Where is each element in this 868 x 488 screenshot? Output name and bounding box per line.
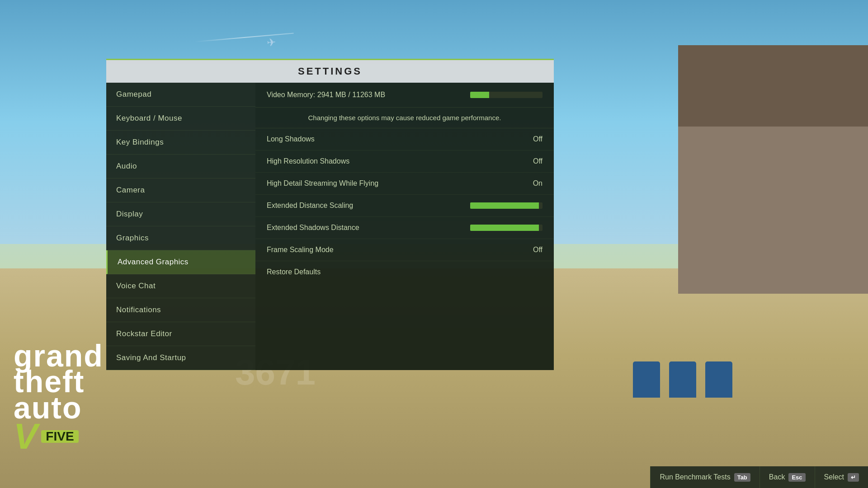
settings-title-bar: SETTINGS <box>106 59 554 83</box>
nav-item-rockstar-editor[interactable]: Rockstar Editor <box>106 322 255 346</box>
bin-3 <box>705 361 732 398</box>
airplane: ✈ <box>266 36 276 49</box>
toolbar-key-back: Esc <box>788 473 805 482</box>
video-memory-text: Video Memory: 2941 MB / 11263 MB <box>267 91 385 99</box>
setting-value-long-shadows: Off <box>520 135 542 143</box>
memory-bar-fill <box>470 92 489 98</box>
setting-label-high-res-shadows: High Resolution Shadows <box>267 157 520 165</box>
toolbar-btn-label-run-benchmark: Run Benchmark Tests <box>660 473 730 481</box>
video-memory-row: Video Memory: 2941 MB / 11263 MB <box>255 83 554 108</box>
memory-bar-container <box>470 92 542 98</box>
nav-item-advanced-graphics[interactable]: Advanced Graphics <box>106 250 255 274</box>
nav-item-graphics[interactable]: Graphics <box>106 226 255 250</box>
setting-value-frame-scaling-mode: Off <box>520 246 542 254</box>
toolbar-btn-run-benchmark[interactable]: Run Benchmark TestsTab <box>650 466 759 488</box>
bin-1 <box>633 361 660 398</box>
setting-bar-fill-extended-shadows-distance <box>470 225 539 231</box>
nav-item-audio[interactable]: Audio <box>106 155 255 178</box>
bins-area <box>633 361 732 398</box>
gta-five-badge: FIVE <box>41 430 78 443</box>
setting-row-high-res-shadows[interactable]: High Resolution ShadowsOff <box>255 150 554 173</box>
setting-label-long-shadows: Long Shadows <box>267 135 520 143</box>
toolbar-key-select: ↵ <box>848 473 859 482</box>
nav-item-notifications[interactable]: Notifications <box>106 298 255 322</box>
setting-label-frame-scaling-mode: Frame Scaling Mode <box>267 246 520 254</box>
settings-overlay: SETTINGS GamepadKeyboard / MouseKey Bind… <box>106 59 554 370</box>
restore-defaults-row[interactable]: Restore Defaults <box>255 261 554 283</box>
gta-roman-v: V <box>14 421 38 452</box>
warning-text: Changing these options may cause reduced… <box>308 114 501 122</box>
setting-label-high-detail-streaming: High Detail Streaming While Flying <box>267 179 520 188</box>
setting-value-high-detail-streaming: On <box>520 179 542 188</box>
setting-value-high-res-shadows: Off <box>520 157 542 165</box>
nav-item-voice-chat[interactable]: Voice Chat <box>106 274 255 298</box>
settings-content: GamepadKeyboard / MouseKey BindingsAudio… <box>106 83 554 370</box>
toolbar-btn-back[interactable]: BackEsc <box>760 466 815 488</box>
setting-bar-fill-extended-distance-scaling <box>470 202 539 209</box>
setting-row-long-shadows[interactable]: Long ShadowsOff <box>255 128 554 150</box>
settings-title: SETTINGS <box>298 66 362 77</box>
toolbar-key-run-benchmark: Tab <box>734 473 750 482</box>
toolbar-btn-label-back: Back <box>769 473 785 481</box>
bottom-toolbar: Run Benchmark TestsTabBackEscSelect↵ <box>0 466 868 488</box>
settings-nav: GamepadKeyboard / MouseKey BindingsAudio… <box>106 83 255 370</box>
nav-item-gamepad[interactable]: Gamepad <box>106 83 255 107</box>
setting-row-frame-scaling-mode[interactable]: Frame Scaling ModeOff <box>255 239 554 261</box>
setting-label-extended-distance-scaling: Extended Distance Scaling <box>267 202 470 210</box>
settings-panel: Video Memory: 2941 MB / 11263 MB Changin… <box>255 83 554 370</box>
setting-label-extended-shadows-distance: Extended Shadows Distance <box>267 224 470 232</box>
restore-defaults-label: Restore Defaults <box>267 268 321 276</box>
toolbar-btn-select[interactable]: Select↵ <box>815 466 868 488</box>
setting-row-extended-shadows-distance[interactable]: Extended Shadows Distance <box>255 217 554 239</box>
warning-row: Changing these options may cause reduced… <box>255 108 554 128</box>
nav-item-saving-startup[interactable]: Saving And Startup <box>106 346 255 370</box>
nav-item-keyboard-mouse[interactable]: Keyboard / Mouse <box>106 107 255 131</box>
background-building <box>678 45 868 294</box>
setting-bar-extended-shadows-distance[interactable] <box>470 225 542 231</box>
setting-bar-extended-distance-scaling[interactable] <box>470 202 542 209</box>
nav-item-display[interactable]: Display <box>106 202 255 226</box>
settings-rows: Long ShadowsOffHigh Resolution ShadowsOf… <box>255 128 554 261</box>
gta-logo-five-line: V FIVE <box>14 421 104 452</box>
nav-item-key-bindings[interactable]: Key Bindings <box>106 131 255 155</box>
toolbar-btn-label-select: Select <box>824 473 844 481</box>
setting-row-extended-distance-scaling[interactable]: Extended Distance Scaling <box>255 195 554 217</box>
gta-logo: grand theft auto V FIVE <box>14 343 104 452</box>
setting-row-high-detail-streaming[interactable]: High Detail Streaming While FlyingOn <box>255 173 554 195</box>
nav-item-camera[interactable]: Camera <box>106 178 255 202</box>
bin-2 <box>669 361 696 398</box>
